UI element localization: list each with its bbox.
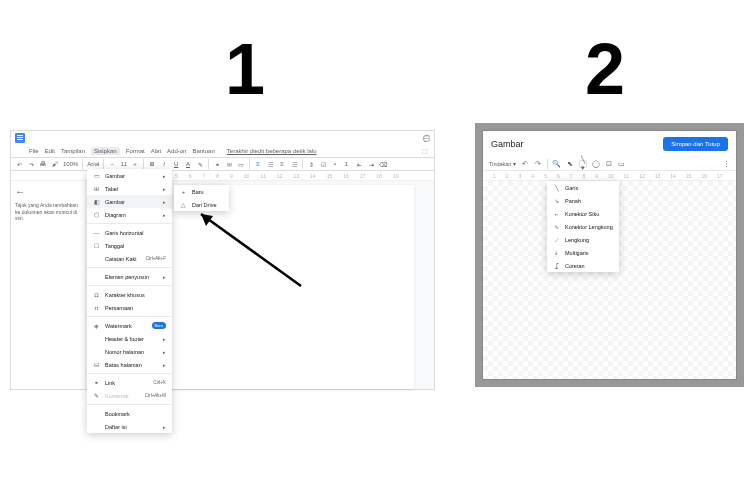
- redo-icon[interactable]: ↷: [534, 160, 542, 168]
- line-menu-item[interactable]: ⟋Lengkung: [547, 233, 619, 246]
- image-tb-icon[interactable]: ▭: [237, 160, 245, 168]
- line-type-label: Multigaris: [565, 250, 589, 256]
- checklist-icon[interactable]: ☑: [319, 160, 327, 168]
- menu-item-icon: ◈: [93, 322, 100, 329]
- ruler-tick: 7: [570, 173, 573, 179]
- menu-item[interactable]: ▭Gambar▸: [87, 169, 172, 182]
- menu-item[interactable]: ―Garis horizontal: [87, 226, 172, 239]
- image-icon[interactable]: ▭: [618, 160, 626, 168]
- menu-item[interactable]: Elemen penyusun▸: [87, 270, 172, 283]
- text-color-icon[interactable]: A: [184, 160, 192, 168]
- align-center-icon[interactable]: ☰: [266, 160, 274, 168]
- link-icon[interactable]: ⚭: [213, 160, 221, 168]
- menu-item[interactable]: ◧Gambar▸: [87, 195, 172, 208]
- undo-icon[interactable]: ↶: [15, 160, 23, 168]
- clear-format-icon[interactable]: ⌫: [379, 160, 387, 168]
- modal-header: Gambar Simpan dan Tutup: [483, 131, 736, 157]
- menu-item[interactable]: ⊞Tabel▸: [87, 182, 172, 195]
- menu-item-icon: [93, 423, 100, 430]
- menu-insert[interactable]: Sisipkan: [91, 147, 120, 155]
- print-icon[interactable]: 🖶: [39, 160, 47, 168]
- menu-item[interactable]: πPersamaan: [87, 301, 172, 314]
- line-type-label: Coretan: [565, 263, 585, 269]
- docs-logo-icon[interactable]: [15, 133, 25, 143]
- paint-format-icon[interactable]: 🖌: [51, 160, 59, 168]
- menu-item-icon: ☐: [93, 242, 100, 249]
- menu-item[interactable]: ◈WatermarkBaru: [87, 319, 172, 332]
- ruler-tick: 1: [493, 173, 496, 179]
- shape-icon[interactable]: ◯: [592, 160, 600, 168]
- textbox-icon[interactable]: ⊡: [605, 160, 613, 168]
- menu-item[interactable]: Daftar isi▸: [87, 420, 172, 433]
- underline-icon[interactable]: U: [172, 160, 180, 168]
- ruler-tick: 7: [202, 173, 205, 179]
- menu-help[interactable]: Bantuan: [192, 148, 214, 154]
- ruler-tick: 17: [360, 173, 366, 179]
- line-menu-item[interactable]: ʆCoretan: [547, 259, 619, 272]
- italic-icon[interactable]: I: [160, 160, 168, 168]
- share-button[interactable]: ⬚: [422, 147, 428, 154]
- align-right-icon[interactable]: ≡: [278, 160, 286, 168]
- submenu-item[interactable]: +Baru: [174, 185, 229, 198]
- menu-format[interactable]: Format: [126, 148, 145, 154]
- actions-dropdown[interactable]: Tindakan ▾: [489, 161, 516, 167]
- menu-item[interactable]: Bookmark: [87, 407, 172, 420]
- line-type-label: Konektor Lengkung: [565, 224, 613, 230]
- numbering-icon[interactable]: 1.: [343, 160, 351, 168]
- menu-item[interactable]: ☐Tanggal: [87, 239, 172, 252]
- submenu-item-label: Baru: [192, 189, 204, 195]
- menu-item[interactable]: Header & footer▸: [87, 332, 172, 345]
- menu-item-icon: [93, 348, 100, 355]
- drawing-canvas[interactable]: ╲Garis↘Panah⌐Konektor Siku∿Konektor Leng…: [483, 181, 736, 379]
- menu-item[interactable]: Catatan KakiCtrl+Alt+F: [87, 252, 172, 265]
- submenu-item[interactable]: △Dari Drive: [174, 198, 229, 211]
- line-menu-item[interactable]: ⫰Multigaris: [547, 246, 619, 259]
- outdent-icon[interactable]: ⇤: [355, 160, 363, 168]
- menu-item[interactable]: Nomor halaman▸: [87, 345, 172, 358]
- font-inc-icon[interactable]: +: [131, 160, 139, 168]
- menu-item[interactable]: ⊟Batas halaman▸: [87, 358, 172, 371]
- save-close-button[interactable]: Simpan dan Tutup: [663, 137, 728, 151]
- undo-icon[interactable]: ↶: [521, 160, 529, 168]
- menu-tools[interactable]: Alat: [151, 148, 161, 154]
- redo-icon[interactable]: ↷: [27, 160, 35, 168]
- more-icon[interactable]: ⋮: [722, 160, 730, 168]
- menu-edit[interactable]: Edit: [45, 148, 55, 154]
- menu-file[interactable]: File: [29, 148, 39, 154]
- menu-item[interactable]: ⚭LinkCtrl+K: [87, 376, 172, 389]
- ruler-tick: 11: [624, 173, 630, 179]
- align-justify-icon[interactable]: ☰: [290, 160, 298, 168]
- font-size[interactable]: 11: [120, 161, 127, 167]
- line-menu-item[interactable]: ⌐Konektor Siku: [547, 207, 619, 220]
- select-icon[interactable]: ⬉: [566, 160, 574, 168]
- comment-icon[interactable]: 💬: [423, 135, 430, 142]
- line-type-icon: ⫰: [553, 249, 560, 256]
- font-select[interactable]: Arial: [87, 161, 99, 167]
- line-menu-item[interactable]: ↘Panah: [547, 194, 619, 207]
- menu-addons[interactable]: Add-on: [167, 148, 186, 154]
- bullets-icon[interactable]: •: [331, 160, 339, 168]
- doc-titlebar: 💬 ⬚: [11, 131, 434, 145]
- indent-icon[interactable]: ⇥: [367, 160, 375, 168]
- line-spacing-icon[interactable]: ⇕: [307, 160, 315, 168]
- menu-item[interactable]: ΩKarakter khusus: [87, 288, 172, 301]
- line-menu-item[interactable]: ∿Konektor Lengkung: [547, 220, 619, 233]
- line-tool-dropdown[interactable]: ╲ ▾: [579, 160, 587, 168]
- ruler-tick: 6: [557, 173, 560, 179]
- back-arrow-icon[interactable]: ←: [15, 185, 81, 198]
- ruler-tick: 13: [294, 173, 300, 179]
- zoom-select[interactable]: 100%: [63, 161, 78, 167]
- line-menu-item[interactable]: ╲Garis: [547, 181, 619, 194]
- menu-view[interactable]: Tampilan: [61, 148, 85, 154]
- align-left-icon[interactable]: ≡: [254, 160, 262, 168]
- menu-item-icon: [93, 255, 100, 262]
- highlight-icon[interactable]: ✎: [196, 160, 204, 168]
- font-dec-icon[interactable]: −: [108, 160, 116, 168]
- last-edit-status[interactable]: Terakhir diedit beberapa detik lalu: [227, 148, 317, 154]
- comment-tb-icon[interactable]: ✉: [225, 160, 233, 168]
- ruler-tick: 2: [506, 173, 509, 179]
- bold-icon[interactable]: B: [148, 160, 156, 168]
- menu-item-label: Elemen penyusun: [105, 274, 149, 280]
- menu-item[interactable]: ⬡Diagram▸: [87, 208, 172, 221]
- zoom-icon[interactable]: 🔍: [553, 160, 561, 168]
